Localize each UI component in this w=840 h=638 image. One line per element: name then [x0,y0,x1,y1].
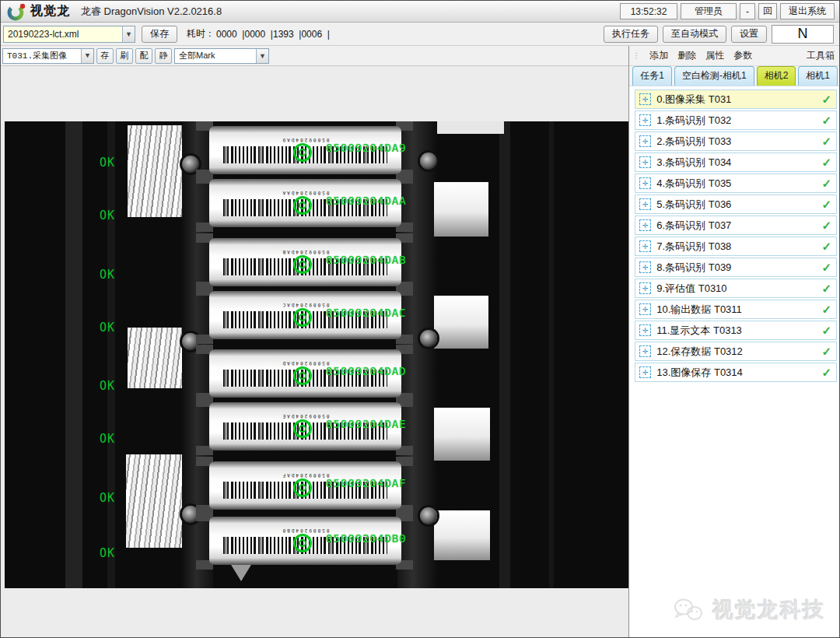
task-list-item[interactable]: ✛ 11.显示文本 T0313 ✓ [635,321,837,340]
chevron-down-icon[interactable]: ▼ [256,49,268,63]
toolbox-button[interactable]: 工具箱 [807,49,835,62]
static-button[interactable]: 静 [155,48,172,64]
task-list-item[interactable]: ✛ 2.条码识别 T033 ✓ [635,131,837,151]
task-view-combobox[interactable]: T031.采集图像 ▼ [2,48,94,64]
task-list-item[interactable]: ✛ 5.条码识别 T036 ✓ [635,195,837,214]
battery-cell: 05009204DB0 05009204DB0 [209,517,401,565]
task-list-item[interactable]: ✛ 4.条码识别 T035 ✓ [635,174,837,193]
battery-row: OK 05009204DAF 0500920 [5,461,628,516]
mark-center-icon [299,149,306,156]
ok-result-label: OK [100,209,115,223]
capture-tool-icon: ✛ [639,240,651,252]
chevron-down-icon[interactable]: ▼ [122,26,135,42]
battery-cell: 05009204DAD 05009204DAD [209,349,401,398]
task-list-item[interactable]: ✛ 10.输出数据 T0311 ✓ [635,300,837,319]
decoded-barcode-text: 05009204DAD [326,365,407,377]
task-list-item[interactable]: ✛ 7.条码识别 T038 ✓ [635,237,837,256]
mark-center-icon [299,314,306,321]
check-icon: ✓ [821,324,831,338]
execute-task-button[interactable]: 执行任务 [604,26,658,43]
task-label: 9.评估值 T0310 [656,282,818,296]
mark-center-icon [299,484,306,492]
task-list-item[interactable]: ✛ 1.条码识别 T032 ✓ [635,110,837,130]
battery-row: OK 05009204DA9 0500920 [5,126,628,181]
property-action[interactable]: 属性 [705,49,724,62]
tool-panel: ⋮ 添加 删除 属性 参数 工具箱 任务1 空白检测-相机1 相机2 相机1 [628,46,839,638]
check-icon: ✓ [821,156,831,170]
ok-result-label: OK [100,321,115,335]
mark-filter-combobox[interactable]: 全部Mark ▼ [174,48,269,64]
check-icon: ✓ [821,366,831,380]
refresh-button[interactable]: 刷 [116,48,133,64]
battery-cell: 05009204DAB 05009204DAB [209,238,401,286]
decoded-barcode-text: 05009204DAE [326,418,407,430]
project-file-combobox[interactable]: 20190223-lct.xml ▼ [3,26,135,43]
task-list-item[interactable]: ✛ 8.条码识别 T039 ✓ [635,258,837,277]
check-icon: ✓ [821,177,831,191]
battery-row: OK 05009204DAA 0500920 [5,179,628,233]
match-button[interactable]: 配 [135,48,152,64]
user-role-button[interactable]: 管理员 [681,3,737,19]
app-logo: 视觉龙 [4,2,70,21]
capture-tool-icon: ✛ [639,93,651,105]
ok-result-label: OK [100,546,115,560]
save-button[interactable]: 保存 [142,26,177,43]
capture-tool-icon: ✛ [639,219,651,231]
grip-icon: ⋮ [632,51,640,60]
task-label: 1.条码识别 T032 [656,114,818,128]
status-indicator: N [772,25,834,44]
store-button[interactable]: 存 [96,48,114,64]
ok-result-label: OK [100,432,115,446]
task-label: 8.条码识别 T039 [656,261,818,275]
param-action[interactable]: 参数 [733,49,752,62]
panel-tab[interactable]: 相机2 [757,66,796,86]
settings-button[interactable]: 设置 [731,26,767,43]
image-viewport[interactable]: OK 05009204DA9 0500920 [1,66,628,638]
task-list-item[interactable]: ✛ 3.条码识别 T034 ✓ [635,152,837,172]
check-icon: ✓ [821,93,831,107]
task-label: 6.条码识别 T037 [656,219,818,233]
task-list-item[interactable]: ✛ 6.条码识别 T037 ✓ [635,216,837,235]
minimize-button[interactable]: - [740,3,755,19]
camera-image-canvas[interactable]: OK 05009204DA9 0500920 [5,121,628,588]
ok-result-label: OK [100,491,115,505]
wechat-bubbles-icon [672,596,706,624]
task-list-item[interactable]: ✛ 0.图像采集 T031 ✓ [635,89,837,109]
capture-tool-icon: ✛ [639,303,651,315]
delete-action[interactable]: 删除 [677,49,696,62]
restore-button[interactable]: 回 [758,3,777,19]
check-icon: ✓ [821,345,831,359]
panel-action-bar: ⋮ 添加 删除 属性 参数 工具箱 [629,46,839,66]
chevron-down-icon[interactable]: ▼ [81,49,93,63]
decoded-barcode-text: 05009204DAC [326,307,407,319]
ok-result-label: OK [100,379,115,393]
task-label: 13.图像保存 T0314 [656,366,818,380]
check-icon: ✓ [821,261,831,275]
auto-mode-button[interactable]: 至自动模式 [663,26,726,43]
panel-tab[interactable]: 相机1 [798,66,838,86]
task-list-item[interactable]: ✛ 9.评估值 T0310 ✓ [635,279,837,298]
task-list-item[interactable]: ✛ 13.图像保存 T0314 ✓ [635,363,837,382]
capture-tool-icon: ✛ [639,177,651,189]
task-label: 3.条码识别 T034 [656,156,818,170]
main-toolbar: 20190223-lct.xml ▼ 保存 耗时： 0000 |0000 |13… [1,23,839,46]
app-title: 龙睿 DragonVision V2.2.0216.8 [81,5,222,19]
exit-system-button[interactable]: 退出系统 [780,3,835,19]
ok-result-label: OK [100,156,115,170]
mark-filter-value: 全部Mark [175,50,256,61]
battery-cell: 05009204DAE 05009204DAE [209,402,401,450]
panel-tab[interactable]: 空白检测-相机1 [674,66,754,86]
vendor-watermark-text: 视觉龙科技 [712,596,825,624]
add-action[interactable]: 添加 [649,49,668,62]
check-icon: ✓ [821,303,831,317]
task-view-value: T031.采集图像 [3,50,81,61]
elapsed-label: 耗时： [187,27,215,40]
battery-cell: 05009204DAF 05009204DAF [209,461,401,510]
panel-tab[interactable]: 任务1 [632,66,672,86]
capture-tool-icon: ✛ [639,114,651,126]
task-label: 10.输出数据 T0311 [656,303,818,317]
capture-tool-icon: ✛ [639,324,651,336]
task-list-item[interactable]: ✛ 12.保存数据 T0312 ✓ [635,342,837,361]
task-list: ✛ 0.图像采集 T031 ✓ ✛ 1.条码识别 T032 ✓ ✛ 2.条码识别… [635,89,837,384]
capture-tool-icon: ✛ [639,135,651,147]
